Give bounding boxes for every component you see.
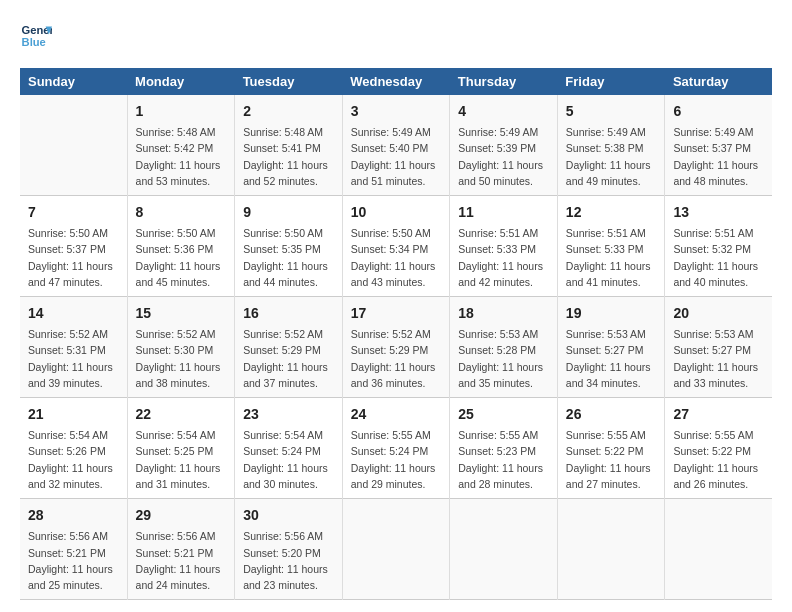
day-info: Sunrise: 5:53 AM Sunset: 5:27 PM Dayligh… xyxy=(673,326,764,391)
day-number: 24 xyxy=(351,404,442,425)
weekday-header-sunday: Sunday xyxy=(20,68,127,95)
calendar-cell: 7Sunrise: 5:50 AM Sunset: 5:37 PM Daylig… xyxy=(20,196,127,297)
day-info: Sunrise: 5:56 AM Sunset: 5:21 PM Dayligh… xyxy=(136,528,227,593)
day-info: Sunrise: 5:52 AM Sunset: 5:30 PM Dayligh… xyxy=(136,326,227,391)
page-header: General Blue xyxy=(20,20,772,52)
day-info: Sunrise: 5:49 AM Sunset: 5:40 PM Dayligh… xyxy=(351,124,442,189)
week-row-1: 1Sunrise: 5:48 AM Sunset: 5:42 PM Daylig… xyxy=(20,95,772,196)
logo-icon: General Blue xyxy=(20,20,52,52)
week-row-3: 14Sunrise: 5:52 AM Sunset: 5:31 PM Dayli… xyxy=(20,297,772,398)
calendar-cell: 1Sunrise: 5:48 AM Sunset: 5:42 PM Daylig… xyxy=(127,95,235,196)
calendar-cell xyxy=(665,499,772,600)
day-number: 17 xyxy=(351,303,442,324)
calendar-cell: 20Sunrise: 5:53 AM Sunset: 5:27 PM Dayli… xyxy=(665,297,772,398)
day-number: 15 xyxy=(136,303,227,324)
day-info: Sunrise: 5:51 AM Sunset: 5:32 PM Dayligh… xyxy=(673,225,764,290)
day-number: 20 xyxy=(673,303,764,324)
day-info: Sunrise: 5:50 AM Sunset: 5:37 PM Dayligh… xyxy=(28,225,119,290)
weekday-header-monday: Monday xyxy=(127,68,235,95)
calendar-cell: 26Sunrise: 5:55 AM Sunset: 5:22 PM Dayli… xyxy=(557,398,665,499)
day-info: Sunrise: 5:51 AM Sunset: 5:33 PM Dayligh… xyxy=(566,225,657,290)
week-row-4: 21Sunrise: 5:54 AM Sunset: 5:26 PM Dayli… xyxy=(20,398,772,499)
day-info: Sunrise: 5:56 AM Sunset: 5:20 PM Dayligh… xyxy=(243,528,334,593)
calendar-cell: 30Sunrise: 5:56 AM Sunset: 5:20 PM Dayli… xyxy=(235,499,343,600)
calendar-cell: 5Sunrise: 5:49 AM Sunset: 5:38 PM Daylig… xyxy=(557,95,665,196)
day-number: 12 xyxy=(566,202,657,223)
calendar-table: SundayMondayTuesdayWednesdayThursdayFrid… xyxy=(20,68,772,600)
day-info: Sunrise: 5:54 AM Sunset: 5:24 PM Dayligh… xyxy=(243,427,334,492)
day-number: 22 xyxy=(136,404,227,425)
day-info: Sunrise: 5:52 AM Sunset: 5:31 PM Dayligh… xyxy=(28,326,119,391)
day-info: Sunrise: 5:55 AM Sunset: 5:22 PM Dayligh… xyxy=(566,427,657,492)
calendar-cell: 25Sunrise: 5:55 AM Sunset: 5:23 PM Dayli… xyxy=(450,398,558,499)
calendar-cell: 24Sunrise: 5:55 AM Sunset: 5:24 PM Dayli… xyxy=(342,398,450,499)
weekday-header-saturday: Saturday xyxy=(665,68,772,95)
week-row-5: 28Sunrise: 5:56 AM Sunset: 5:21 PM Dayli… xyxy=(20,499,772,600)
day-number: 23 xyxy=(243,404,334,425)
day-info: Sunrise: 5:48 AM Sunset: 5:41 PM Dayligh… xyxy=(243,124,334,189)
calendar-cell: 17Sunrise: 5:52 AM Sunset: 5:29 PM Dayli… xyxy=(342,297,450,398)
day-number: 25 xyxy=(458,404,549,425)
day-info: Sunrise: 5:50 AM Sunset: 5:34 PM Dayligh… xyxy=(351,225,442,290)
calendar-cell xyxy=(20,95,127,196)
svg-text:Blue: Blue xyxy=(22,36,46,48)
weekday-header-thursday: Thursday xyxy=(450,68,558,95)
calendar-cell: 14Sunrise: 5:52 AM Sunset: 5:31 PM Dayli… xyxy=(20,297,127,398)
calendar-cell: 13Sunrise: 5:51 AM Sunset: 5:32 PM Dayli… xyxy=(665,196,772,297)
calendar-cell: 4Sunrise: 5:49 AM Sunset: 5:39 PM Daylig… xyxy=(450,95,558,196)
day-number: 16 xyxy=(243,303,334,324)
calendar-cell: 29Sunrise: 5:56 AM Sunset: 5:21 PM Dayli… xyxy=(127,499,235,600)
weekday-header-wednesday: Wednesday xyxy=(342,68,450,95)
calendar-cell xyxy=(557,499,665,600)
calendar-cell: 11Sunrise: 5:51 AM Sunset: 5:33 PM Dayli… xyxy=(450,196,558,297)
day-number: 13 xyxy=(673,202,764,223)
day-number: 7 xyxy=(28,202,119,223)
day-number: 10 xyxy=(351,202,442,223)
day-number: 26 xyxy=(566,404,657,425)
calendar-cell: 18Sunrise: 5:53 AM Sunset: 5:28 PM Dayli… xyxy=(450,297,558,398)
day-info: Sunrise: 5:50 AM Sunset: 5:36 PM Dayligh… xyxy=(136,225,227,290)
calendar-cell: 16Sunrise: 5:52 AM Sunset: 5:29 PM Dayli… xyxy=(235,297,343,398)
day-number: 29 xyxy=(136,505,227,526)
day-number: 8 xyxy=(136,202,227,223)
day-info: Sunrise: 5:53 AM Sunset: 5:28 PM Dayligh… xyxy=(458,326,549,391)
day-number: 9 xyxy=(243,202,334,223)
calendar-cell: 8Sunrise: 5:50 AM Sunset: 5:36 PM Daylig… xyxy=(127,196,235,297)
calendar-cell: 6Sunrise: 5:49 AM Sunset: 5:37 PM Daylig… xyxy=(665,95,772,196)
day-info: Sunrise: 5:49 AM Sunset: 5:39 PM Dayligh… xyxy=(458,124,549,189)
calendar-cell: 21Sunrise: 5:54 AM Sunset: 5:26 PM Dayli… xyxy=(20,398,127,499)
calendar-cell: 19Sunrise: 5:53 AM Sunset: 5:27 PM Dayli… xyxy=(557,297,665,398)
weekday-header-friday: Friday xyxy=(557,68,665,95)
calendar-cell: 3Sunrise: 5:49 AM Sunset: 5:40 PM Daylig… xyxy=(342,95,450,196)
day-number: 19 xyxy=(566,303,657,324)
day-info: Sunrise: 5:51 AM Sunset: 5:33 PM Dayligh… xyxy=(458,225,549,290)
calendar-cell: 9Sunrise: 5:50 AM Sunset: 5:35 PM Daylig… xyxy=(235,196,343,297)
calendar-cell: 27Sunrise: 5:55 AM Sunset: 5:22 PM Dayli… xyxy=(665,398,772,499)
day-number: 3 xyxy=(351,101,442,122)
day-number: 27 xyxy=(673,404,764,425)
calendar-cell: 22Sunrise: 5:54 AM Sunset: 5:25 PM Dayli… xyxy=(127,398,235,499)
weekday-header-row: SundayMondayTuesdayWednesdayThursdayFrid… xyxy=(20,68,772,95)
day-number: 21 xyxy=(28,404,119,425)
calendar-cell: 12Sunrise: 5:51 AM Sunset: 5:33 PM Dayli… xyxy=(557,196,665,297)
day-info: Sunrise: 5:48 AM Sunset: 5:42 PM Dayligh… xyxy=(136,124,227,189)
day-number: 1 xyxy=(136,101,227,122)
day-info: Sunrise: 5:55 AM Sunset: 5:22 PM Dayligh… xyxy=(673,427,764,492)
day-info: Sunrise: 5:56 AM Sunset: 5:21 PM Dayligh… xyxy=(28,528,119,593)
day-number: 6 xyxy=(673,101,764,122)
day-info: Sunrise: 5:49 AM Sunset: 5:38 PM Dayligh… xyxy=(566,124,657,189)
day-info: Sunrise: 5:52 AM Sunset: 5:29 PM Dayligh… xyxy=(351,326,442,391)
week-row-2: 7Sunrise: 5:50 AM Sunset: 5:37 PM Daylig… xyxy=(20,196,772,297)
calendar-cell xyxy=(450,499,558,600)
day-number: 28 xyxy=(28,505,119,526)
day-info: Sunrise: 5:55 AM Sunset: 5:24 PM Dayligh… xyxy=(351,427,442,492)
day-number: 4 xyxy=(458,101,549,122)
day-number: 2 xyxy=(243,101,334,122)
day-info: Sunrise: 5:53 AM Sunset: 5:27 PM Dayligh… xyxy=(566,326,657,391)
logo: General Blue xyxy=(20,20,52,52)
day-number: 30 xyxy=(243,505,334,526)
day-info: Sunrise: 5:55 AM Sunset: 5:23 PM Dayligh… xyxy=(458,427,549,492)
day-number: 14 xyxy=(28,303,119,324)
calendar-cell: 23Sunrise: 5:54 AM Sunset: 5:24 PM Dayli… xyxy=(235,398,343,499)
calendar-cell: 15Sunrise: 5:52 AM Sunset: 5:30 PM Dayli… xyxy=(127,297,235,398)
